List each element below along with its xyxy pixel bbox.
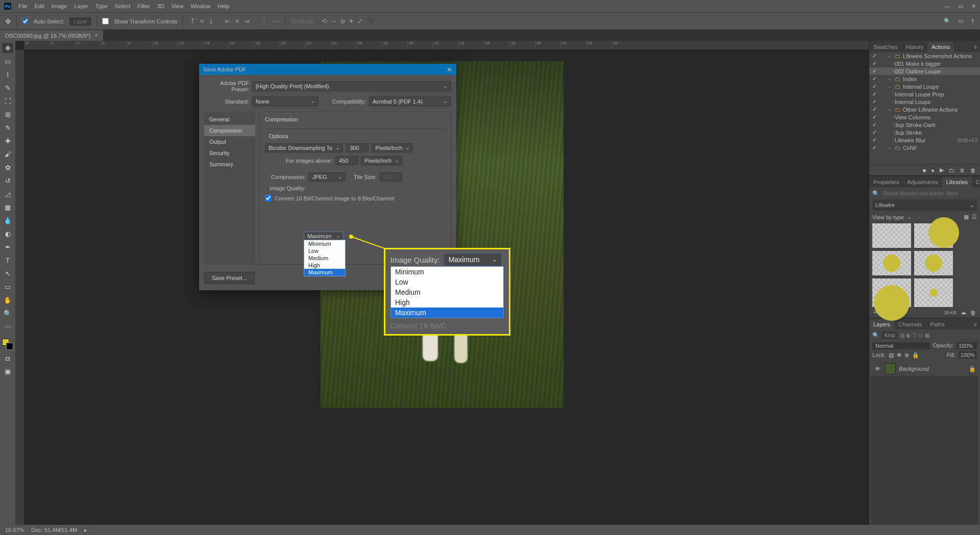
menu-image[interactable]: Image <box>52 3 67 9</box>
filter-adjust-icon[interactable]: ◐ <box>906 333 911 338</box>
layer-name[interactable]: Background <box>899 366 966 372</box>
move-tool[interactable]: ✥ <box>2 43 13 53</box>
gradient-tool[interactable]: ▦ <box>2 202 13 212</box>
lock-position-icon[interactable]: ✥ <box>897 352 901 359</box>
list-view-icon[interactable]: ☰ <box>972 214 977 220</box>
action-row[interactable]: ✓›Internal Loupe <box>869 98 980 106</box>
align-left-icon[interactable]: ⇤ <box>225 17 231 25</box>
close-icon[interactable]: ✕ <box>971 3 976 10</box>
lock-pixels-icon[interactable]: ▧ <box>889 352 894 359</box>
color-swatch[interactable] <box>2 339 13 350</box>
menu-file[interactable]: File <box>18 3 28 9</box>
new-set-icon[interactable]: 🗀 <box>949 167 954 173</box>
menu-edit[interactable]: Edit <box>35 3 44 9</box>
filter-type-icon[interactable]: T <box>913 333 916 338</box>
tab-history[interactable]: History <box>902 42 927 52</box>
menu-window[interactable]: Window <box>190 3 210 9</box>
align-vcenter-icon[interactable]: ≡ <box>200 17 204 25</box>
above-unit-dropdown[interactable]: Pixels/Inch <box>361 156 402 165</box>
new-action-icon[interactable]: 🗎 <box>960 167 965 173</box>
tab-adjustments[interactable]: Adjustments <box>903 177 942 187</box>
action-row[interactable]: ✓›View Columns <box>869 113 980 121</box>
tab-color[interactable]: Color <box>972 177 980 187</box>
action-row[interactable]: ✓⌄🗀Internal Loupe <box>869 83 980 90</box>
dodge-tool[interactable]: ◐ <box>2 228 13 239</box>
menu-select[interactable]: Select <box>115 3 131 9</box>
marquee-tool[interactable]: ▭ <box>2 56 13 66</box>
above-value[interactable]: 450 <box>335 156 358 165</box>
convert-16bit-checkbox[interactable] <box>265 195 272 201</box>
tab-actions[interactable]: Actions <box>927 42 954 52</box>
tab-paths[interactable]: Paths <box>926 319 949 329</box>
quick-mask-icon[interactable]: ◘ <box>2 353 13 363</box>
align-right-icon[interactable]: ⇥ <box>244 17 250 25</box>
restore-icon[interactable]: ▭ <box>958 3 963 10</box>
menu-type[interactable]: Type <box>95 3 108 9</box>
action-row[interactable]: ✓›3up Stroke <box>869 129 980 136</box>
menu-3d[interactable]: 3D <box>157 3 164 9</box>
compression-dropdown[interactable]: JPEG <box>309 172 346 182</box>
library-search-input[interactable] <box>883 191 977 196</box>
image-quality-option[interactable]: Low <box>304 247 345 254</box>
lib-item[interactable] <box>914 251 953 275</box>
align-bottom-icon[interactable]: ⤓ <box>208 17 214 25</box>
document-tab[interactable]: DSC00590.jpg @ 16.7% (RGB/8*) × <box>0 30 103 41</box>
filter-kind-dropdown[interactable]: Kind <box>881 332 898 339</box>
dialog-nav-item[interactable]: Security <box>204 147 255 159</box>
align-hcenter-icon[interactable]: ≡ <box>235 17 239 25</box>
panel-menu-icon[interactable]: ≡ <box>971 42 980 52</box>
opacity-value[interactable]: 100% <box>957 342 977 349</box>
blur-tool[interactable]: 💧 <box>2 215 13 225</box>
more-align-icon[interactable]: ⋯ <box>272 17 279 25</box>
dialog-nav-item[interactable]: Summary <box>204 159 255 170</box>
menu-view[interactable]: View <box>172 3 184 9</box>
filter-pixel-icon[interactable]: ▧ <box>900 333 904 338</box>
menu-layer[interactable]: Layer <box>74 3 88 9</box>
minimize-icon[interactable]: — <box>944 3 950 10</box>
eraser-tool[interactable]: ◿ <box>2 189 13 199</box>
dialog-titlebar[interactable]: Save Adobe PDF ✕ <box>199 64 456 75</box>
dialog-nav-item[interactable]: Output <box>204 136 255 147</box>
quick-select-tool[interactable]: ✎ <box>2 83 13 93</box>
image-quality-option[interactable]: Minimum <box>304 240 345 247</box>
distribute-icon[interactable]: ⋮ <box>261 17 267 25</box>
standard-dropdown[interactable]: None <box>252 96 318 107</box>
loupe-iq-option[interactable]: Low <box>391 277 503 287</box>
pdf-preset-dropdown[interactable]: [High Quality Print] (Modified) <box>252 81 451 91</box>
action-row[interactable]: ✓›Internal Loupe Prep <box>869 90 980 98</box>
lasso-tool[interactable]: ⌇ <box>2 69 13 80</box>
play-icon[interactable]: ▶ <box>940 167 944 173</box>
actions-list[interactable]: ✓⌄🗀Lifewire Screenshot Actions✓›001 Make… <box>869 52 980 164</box>
lib-item[interactable] <box>872 223 911 248</box>
loupe-iq-option[interactable]: Maximum <box>391 308 503 318</box>
trash-icon[interactable]: 🗑 <box>970 310 976 316</box>
lib-item[interactable] <box>872 278 911 307</box>
downsample-value[interactable]: 300 <box>346 143 369 152</box>
stop-icon[interactable]: ■ <box>923 167 926 173</box>
healing-tool[interactable]: ✚ <box>2 136 13 146</box>
image-quality-options[interactable]: MinimumLowMediumHighMaximum <box>304 240 346 276</box>
layers-list[interactable]: 👁 Background 🔒 <box>871 362 978 525</box>
library-dropdown[interactable]: Lifewire⌄ <box>872 199 977 211</box>
lib-item[interactable] <box>914 278 953 307</box>
loupe-iq-option[interactable]: Medium <box>391 287 503 297</box>
crop-tool[interactable]: ⛶ <box>2 96 13 106</box>
tab-close-icon[interactable]: × <box>95 33 98 38</box>
compat-dropdown[interactable]: Acrobat 5 (PDF 1.4) <box>369 96 451 107</box>
panel-menu-icon[interactable]: ≡ <box>971 319 980 329</box>
grid-view-icon[interactable]: ▦ <box>964 214 969 220</box>
lib-item[interactable] <box>872 251 911 275</box>
align-icons[interactable]: ⤒ ≡ ⤓ ⇤ ≡ ⇥ ⋮ ⋯ <box>188 17 280 25</box>
action-row[interactable]: ✓⌄🗀Other Lifewire Actions <box>869 106 980 113</box>
shape-tool[interactable]: ▭ <box>2 282 13 292</box>
downsample-method-dropdown[interactable]: Bicubic Downsampling To <box>265 143 343 152</box>
auto-select-checkbox[interactable] <box>22 18 29 24</box>
visibility-icon[interactable]: 👁 <box>873 366 881 372</box>
tab-swatches[interactable]: Swatches <box>869 42 902 52</box>
workspace-icon[interactable]: ▭ <box>958 18 963 24</box>
hand-tool[interactable]: ✋ <box>2 295 13 305</box>
loupe-iq-option[interactable]: High <box>391 297 503 308</box>
filter-shape-icon[interactable]: ▭ <box>918 333 923 338</box>
lib-item[interactable] <box>914 223 953 248</box>
auto-select-target[interactable]: Layer <box>69 17 92 26</box>
